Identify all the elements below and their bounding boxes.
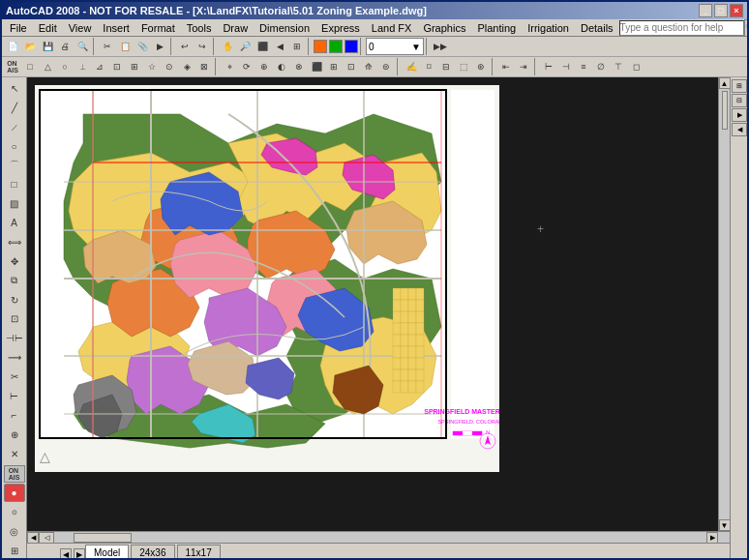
vscroll-track[interactable] xyxy=(720,89,730,519)
menu-landfx[interactable]: Land FX xyxy=(366,21,418,35)
lt-line[interactable]: ╱ xyxy=(4,99,25,117)
vscroll-thumb[interactable] xyxy=(722,91,728,130)
lt-move[interactable]: ✥ xyxy=(4,252,25,271)
tb2-btn33[interactable]: ∅ xyxy=(592,58,610,75)
menu-graphics[interactable]: Graphics xyxy=(417,21,471,35)
tb2-btn32[interactable]: ≡ xyxy=(575,58,592,75)
tb2-btn24[interactable]: ⌑ xyxy=(420,58,437,75)
lt-extend[interactable]: ⊢ xyxy=(4,387,25,405)
tb2-btn7[interactable]: ⊡ xyxy=(108,58,126,75)
menu-draw[interactable]: Draw xyxy=(217,21,254,35)
close-btn[interactable]: × xyxy=(730,4,743,17)
tb2-btn14[interactable]: ⟳ xyxy=(238,58,255,75)
tb2-btn8[interactable]: ⊞ xyxy=(126,58,143,75)
menu-format[interactable]: Format xyxy=(135,21,181,35)
tb2-btn23[interactable]: ✍ xyxy=(403,58,420,75)
color-swatch2[interactable] xyxy=(329,40,343,53)
menu-details[interactable]: Details xyxy=(575,21,619,35)
paste-btn[interactable]: 📎 xyxy=(134,38,151,55)
maximize-btn[interactable]: □ xyxy=(714,4,728,17)
tb2-btn10[interactable]: ⊙ xyxy=(161,58,178,75)
menu-tools[interactable]: Tools xyxy=(181,21,218,35)
tb2-btn25[interactable]: ⊟ xyxy=(437,58,455,75)
lt-mirror[interactable]: ⊣⊢ xyxy=(4,329,25,347)
lt-hatch[interactable]: ▨ xyxy=(4,194,25,213)
lt-arc[interactable]: ⌒ xyxy=(4,157,25,175)
menu-file[interactable]: File xyxy=(4,21,33,35)
tab-24x36[interactable]: 24x36 xyxy=(131,545,174,560)
tab-model[interactable]: Model xyxy=(85,545,129,560)
tb2-btn18[interactable]: ⬛ xyxy=(308,58,325,75)
lt-fillet[interactable]: ⌐ xyxy=(4,406,25,425)
lt-special3[interactable]: ◎ xyxy=(4,522,25,541)
tb2-btn29[interactable]: ⇥ xyxy=(515,58,532,75)
zoom-win-btn[interactable]: ⬛ xyxy=(254,38,271,55)
titlebar-controls[interactable]: _ □ × xyxy=(699,4,743,17)
rt-btn3[interactable]: ▶ xyxy=(732,108,747,122)
lt-rect[interactable]: □ xyxy=(4,175,25,193)
match-prop-btn[interactable]: ▶ xyxy=(151,38,168,55)
tb2-btn13[interactable]: ⌖ xyxy=(221,58,238,75)
pan-btn[interactable]: ✋ xyxy=(219,38,236,55)
tab-scroll-right[interactable]: ▶ xyxy=(74,548,85,560)
menu-irrigation[interactable]: Irrigation xyxy=(522,21,575,35)
tb2-btn28[interactable]: ⇤ xyxy=(497,58,515,75)
lt-special1[interactable]: ONAIS xyxy=(4,465,25,484)
new-btn[interactable]: 📄 xyxy=(4,38,21,55)
undo-btn[interactable]: ↩ xyxy=(176,38,194,55)
lt-copy[interactable]: ⧉ xyxy=(4,272,25,290)
drawing-area[interactable]: SPRINGFIELD MASTER PLAN SPRINGFIELD, COL… xyxy=(27,77,718,531)
tb2-btn27[interactable]: ⊛ xyxy=(472,58,490,75)
help-search-input[interactable] xyxy=(619,20,744,36)
lt-text[interactable]: A xyxy=(4,214,25,232)
tb2-btn9[interactable]: ☆ xyxy=(143,58,161,75)
tab-scroll-left[interactable]: ◀ xyxy=(60,548,72,560)
rt-btn2[interactable]: ⊟ xyxy=(732,94,747,107)
help-search-btn[interactable]: 🔍 xyxy=(744,19,749,37)
rt-btn1[interactable]: ⊞ xyxy=(732,79,747,93)
vscrollbar[interactable]: ▲ ▼ xyxy=(718,77,730,531)
lt-erase[interactable]: ✕ xyxy=(4,445,25,463)
menu-express[interactable]: Express xyxy=(315,21,366,35)
tb2-btn26[interactable]: ⬚ xyxy=(455,58,472,75)
tab-11x17[interactable]: 11x17 xyxy=(177,545,221,560)
vscroll-up-btn[interactable]: ▲ xyxy=(719,77,731,89)
rt-btn4[interactable]: ◀ xyxy=(732,123,747,136)
menu-edit[interactable]: Edit xyxy=(33,21,63,35)
menu-insert[interactable]: Insert xyxy=(97,21,135,35)
tb2-btn5[interactable]: ⟂ xyxy=(74,58,91,75)
tb2-btn16[interactable]: ◐ xyxy=(273,58,290,75)
lt-scale[interactable]: ⊡ xyxy=(4,310,25,329)
print-btn[interactable]: 🖨 xyxy=(56,38,74,55)
tb2-btn22[interactable]: ⊜ xyxy=(377,58,395,75)
lt-pline[interactable]: ⟋ xyxy=(4,118,25,136)
lt-explode[interactable]: ⊕ xyxy=(4,426,25,444)
lt-dim[interactable]: ⟺ xyxy=(4,233,25,251)
tb2-btn21[interactable]: ⟰ xyxy=(360,58,377,75)
tb2-btn4[interactable]: ○ xyxy=(56,58,74,75)
tb2-btn20[interactable]: ⊡ xyxy=(343,58,360,75)
lt-coord-display[interactable]: ⊙ xyxy=(4,503,25,521)
more-tb-btns[interactable]: ▶▶ xyxy=(432,38,449,55)
tb2-btn6[interactable]: ⊿ xyxy=(91,58,108,75)
tb2-btn11[interactable]: ◈ xyxy=(178,58,195,75)
zoom-prev-btn[interactable]: ◀ xyxy=(271,38,288,55)
tb2-btn34[interactable]: ⊤ xyxy=(610,58,627,75)
layer-dropdown[interactable]: 0 ▼ xyxy=(366,38,424,55)
lt-trim[interactable]: ✂ xyxy=(4,368,25,386)
lt-special4[interactable]: ⊞ xyxy=(4,542,25,560)
menu-dimension[interactable]: Dimension xyxy=(254,21,315,35)
tb2-btn3[interactable]: △ xyxy=(39,58,56,75)
zoom-ext-btn[interactable]: ⊞ xyxy=(288,38,306,55)
tb2-btn30[interactable]: ⊢ xyxy=(540,58,557,75)
copy-btn[interactable]: 📋 xyxy=(116,38,134,55)
tb2-btn17[interactable]: ⊗ xyxy=(290,58,308,75)
menu-view[interactable]: View xyxy=(63,21,98,35)
tb2-btn31[interactable]: ⊣ xyxy=(557,58,575,75)
tb2-btn15[interactable]: ⊕ xyxy=(255,58,273,75)
minimize-btn[interactable]: _ xyxy=(699,4,712,17)
color-swatch[interactable] xyxy=(314,40,327,53)
lt-offset[interactable]: ⟿ xyxy=(4,348,25,367)
lt-circle[interactable]: ○ xyxy=(4,137,25,156)
menu-planting[interactable]: Planting xyxy=(471,21,522,35)
